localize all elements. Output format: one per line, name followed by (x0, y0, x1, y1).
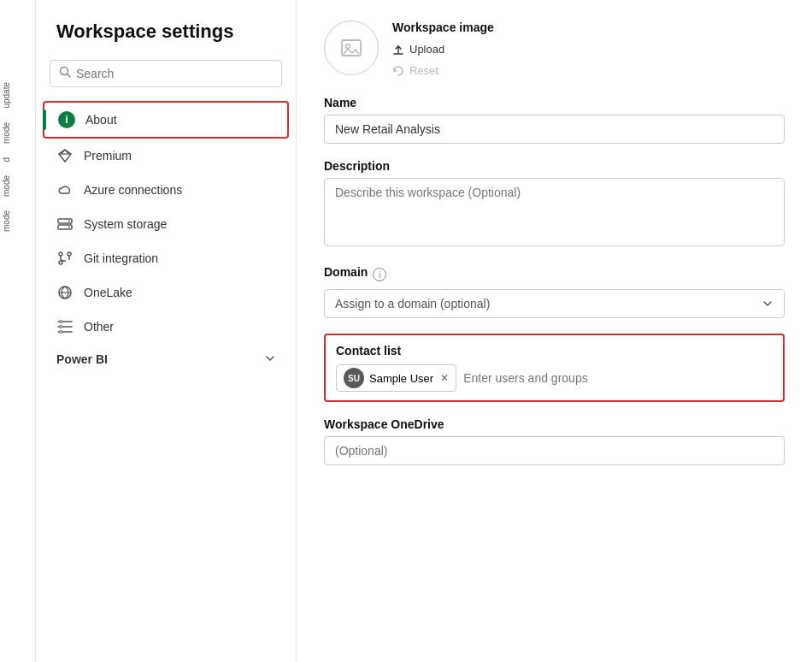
workspace-image-circle (324, 21, 379, 75)
sidebar: Workspace settings i About (36, 0, 297, 662)
svg-point-12 (59, 261, 62, 264)
sidebar-item-label-premium: Premium (84, 149, 132, 163)
sidebar-item-git-integration[interactable]: Git integration (36, 241, 296, 275)
sidebar-item-label-onelake: OneLake (84, 286, 132, 299)
search-icon (59, 66, 71, 81)
contact-list-row: SU Sample User ✕ (336, 364, 773, 392)
contact-name: Sample User (369, 372, 433, 385)
sidebar-item-onelake[interactable]: OneLake (36, 275, 296, 310)
image-actions: Upload Reset (392, 41, 494, 79)
strip-label-mode3: mode (0, 205, 35, 237)
domain-label-row: Domain i (324, 265, 785, 284)
domain-section: Domain i Assign to a domain (optional) (324, 265, 785, 318)
domain-select[interactable]: Assign to a domain (optional) (324, 289, 785, 318)
content-area: Workspace image Upload (297, 0, 812, 662)
description-label: Description (324, 159, 785, 173)
svg-point-23 (346, 44, 350, 49)
sidebar-item-label-azure: Azure connections (84, 183, 182, 197)
svg-marker-2 (59, 150, 71, 162)
name-input[interactable] (324, 115, 785, 144)
upload-button[interactable]: Upload (392, 41, 494, 57)
sidebar-title: Workspace settings (36, 21, 296, 60)
strip-label-mode2: mode (0, 170, 35, 202)
sidebar-item-label-about: About (85, 113, 117, 127)
contact-input[interactable] (463, 371, 773, 385)
onelake-icon (56, 284, 74, 301)
sidebar-item-about[interactable]: i About (43, 101, 289, 139)
svg-point-20 (60, 326, 62, 328)
workspace-image-section: Workspace image Upload (324, 21, 785, 79)
onedrive-label: Workspace OneDrive (324, 417, 785, 431)
upload-label: Upload (409, 43, 444, 56)
svg-point-10 (59, 252, 62, 256)
svg-line-1 (68, 74, 71, 78)
image-info-column: Workspace image Upload (392, 21, 494, 79)
image-preview-placeholder (324, 21, 379, 75)
description-section: Description (324, 159, 785, 250)
about-icon: i (58, 111, 75, 128)
svg-point-8 (68, 221, 70, 222)
reset-label: Reset (409, 64, 438, 77)
search-input[interactable] (76, 67, 273, 80)
onedrive-section: Workspace OneDrive (324, 417, 785, 465)
contact-list-box: Contact list SU Sample User ✕ (324, 334, 785, 402)
storage-icon (56, 216, 74, 233)
powerbi-section-label: Power BI (56, 352, 108, 366)
left-strip: update mode d mode mode (0, 0, 36, 662)
info-icon[interactable]: i (373, 268, 386, 281)
name-section: Name (324, 96, 785, 144)
name-label: Name (324, 96, 785, 109)
strip-label-update: update (0, 77, 35, 114)
sidebar-section-powerbi[interactable]: Power BI (36, 344, 296, 375)
domain-label: Domain (324, 265, 368, 279)
svg-point-19 (60, 321, 62, 323)
sidebar-item-azure-connections[interactable]: Azure connections (36, 173, 296, 207)
domain-placeholder: Assign to a domain (optional) (335, 297, 490, 310)
diamond-icon (56, 147, 74, 164)
cloud-icon (56, 181, 74, 198)
chevron-down-icon (762, 298, 774, 310)
avatar: SU (344, 368, 364, 388)
sidebar-item-system-storage[interactable]: System storage (36, 207, 296, 241)
chevron-down-icon (265, 352, 275, 366)
sidebar-item-other[interactable]: Other (36, 310, 296, 344)
avatar-initials: SU (348, 374, 360, 383)
svg-point-21 (60, 331, 62, 334)
onedrive-input[interactable] (324, 436, 785, 465)
svg-point-11 (68, 252, 71, 256)
reset-button[interactable]: Reset (392, 62, 494, 79)
search-box[interactable] (50, 60, 282, 87)
contact-list-label: Contact list (336, 344, 773, 358)
description-textarea[interactable] (324, 178, 785, 246)
remove-contact-button[interactable]: ✕ (440, 372, 449, 384)
strip-label-mode1: mode (0, 117, 35, 149)
sidebar-item-label-other: Other (84, 320, 114, 334)
svg-point-9 (68, 227, 70, 228)
git-icon (56, 250, 74, 267)
main-panel: Workspace settings i About (36, 0, 812, 662)
contact-tag-sample-user: SU Sample User ✕ (336, 364, 456, 392)
other-icon (56, 318, 74, 335)
sidebar-item-label-system-storage: System storage (84, 217, 167, 231)
sidebar-item-premium[interactable]: Premium (36, 139, 296, 173)
contact-list-section: Contact list SU Sample User ✕ (324, 334, 785, 402)
strip-label-d: d (0, 152, 35, 168)
sidebar-item-label-git: Git integration (84, 251, 158, 265)
workspace-image-label: Workspace image (392, 21, 494, 34)
